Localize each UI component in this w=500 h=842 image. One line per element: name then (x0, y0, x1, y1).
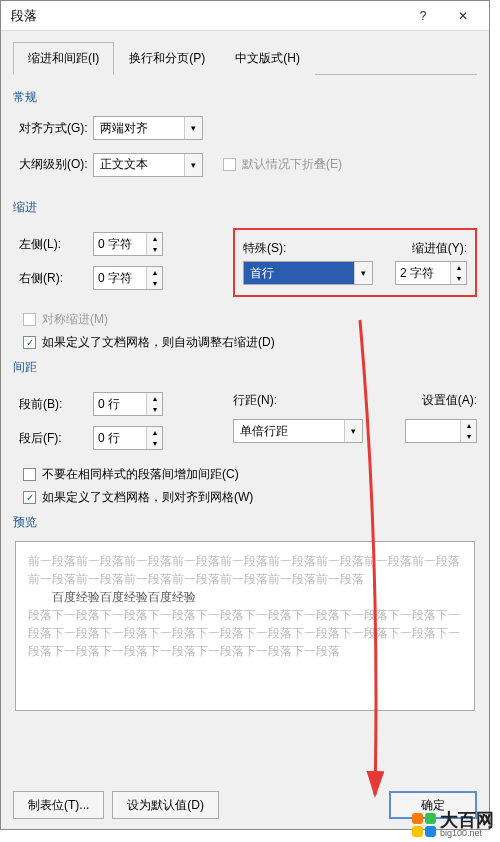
collapse-checkbox: 默认情况下折叠(E) (223, 156, 342, 173)
spin-up-icon[interactable]: ▴ (147, 427, 162, 438)
checkbox-icon (23, 468, 36, 481)
preview-box: 前一段落前一段落前一段落前一段落前一段落前一段落前一段落前一段落前一段落前一段落… (15, 541, 475, 711)
space-before-label: 段前(B): (13, 396, 93, 413)
checkbox-icon (223, 158, 236, 171)
indent-left-value: 0 字符 (94, 236, 146, 253)
checkbox-icon: ✓ (23, 336, 36, 349)
indent-right-label: 右侧(R): (13, 270, 93, 287)
preview-light-before: 前一段落前一段落前一段落前一段落前一段落前一段落前一段落前一段落前一段落前一段落… (28, 552, 462, 588)
snap-label: 如果定义了文档网格，则对齐到网格(W) (42, 489, 253, 506)
special-value: 首行 (244, 262, 354, 284)
indent-left-label: 左侧(L): (13, 236, 93, 253)
spin-down-icon[interactable]: ▾ (147, 244, 162, 255)
spin-up-icon[interactable]: ▴ (451, 262, 466, 273)
button-bar: 制表位(T)... 设为默认值(D) 确定 (13, 791, 477, 819)
indentval-spinner[interactable]: 2 字符 ▴▾ (395, 261, 467, 285)
tab-indent-spacing[interactable]: 缩进和间距(I) (13, 42, 114, 75)
spin-up-icon[interactable]: ▴ (147, 267, 162, 278)
spin-up-icon[interactable]: ▴ (147, 233, 162, 244)
indent-left-spinner[interactable]: 0 字符 ▴▾ (93, 232, 163, 256)
dialog-title: 段落 (7, 7, 403, 25)
dialog-body: 缩进和间距(I) 换行和分页(P) 中文版式(H) 常规 对齐方式(G): 两端… (1, 31, 489, 721)
linespace-combo[interactable]: 单倍行距 ▾ (233, 419, 363, 443)
help-button[interactable]: ? (403, 2, 443, 30)
tab-line-page-breaks[interactable]: 换行和分页(P) (114, 42, 220, 75)
chevron-down-icon: ▾ (354, 262, 372, 284)
checkbox-icon: ✓ (23, 491, 36, 504)
preview-light-after: 段落下一段落下一段落下一段落下一段落下一段落下一段落下一段落下一段落下一段落下一… (28, 606, 462, 660)
checkbox-icon (23, 313, 36, 326)
space-after-spinner[interactable]: 0 行 ▴▾ (93, 426, 163, 450)
close-icon: ✕ (458, 9, 468, 23)
special-label: 特殊(S): (243, 240, 363, 257)
tabs-button[interactable]: 制表位(T)... (13, 791, 104, 819)
special-combo[interactable]: 首行 ▾ (243, 261, 373, 285)
alignment-combo[interactable]: 两端对齐 ▾ (93, 116, 203, 140)
spin-down-icon[interactable]: ▾ (147, 278, 162, 289)
space-after-label: 段后(F): (13, 430, 93, 447)
spin-up-icon[interactable]: ▴ (147, 393, 162, 404)
mirror-indent-checkbox: 对称缩进(M) (23, 311, 477, 328)
watermark-url: big100.net (440, 829, 494, 838)
space-after-value: 0 行 (94, 430, 146, 447)
section-general: 常规 (13, 89, 477, 106)
setat-label: 设置值(A): (303, 392, 477, 409)
paragraph-dialog: 段落 ? ✕ 缩进和间距(I) 换行和分页(P) 中文版式(H) 常规 对齐方式… (0, 0, 490, 830)
outline-combo[interactable]: 正文文本 ▾ (93, 153, 203, 177)
spin-down-icon[interactable]: ▾ (147, 438, 162, 449)
space-before-spinner[interactable]: 0 行 ▴▾ (93, 392, 163, 416)
nospace-label: 不要在相同样式的段落间增加间距(C) (42, 466, 239, 483)
section-preview: 预览 (13, 514, 477, 531)
alignment-label: 对齐方式(G): (13, 120, 93, 137)
space-before-value: 0 行 (94, 396, 146, 413)
indentval-value: 2 字符 (396, 265, 450, 282)
tab-strip: 缩进和间距(I) 换行和分页(P) 中文版式(H) (13, 41, 477, 75)
nospace-same-style-checkbox[interactable]: 不要在相同样式的段落间增加间距(C) (23, 466, 477, 483)
indentval-label: 缩进值(Y): (373, 240, 467, 257)
help-icon: ? (420, 9, 427, 23)
chevron-down-icon: ▾ (344, 420, 362, 442)
auto-adjust-right-checkbox[interactable]: ✓ 如果定义了文档网格，则自动调整右缩进(D) (23, 334, 477, 351)
outline-label: 大纲级别(O): (13, 156, 93, 173)
linespace-label: 行距(N): (233, 392, 293, 409)
set-default-button[interactable]: 设为默认值(D) (112, 791, 219, 819)
close-button[interactable]: ✕ (443, 2, 483, 30)
spin-up-icon[interactable]: ▴ (461, 420, 476, 431)
watermark: 大百网 big100.net (412, 811, 494, 838)
special-indent-highlight: 特殊(S): 缩进值(Y): 首行 ▾ 2 字符 ▴▾ (233, 228, 477, 297)
section-spacing: 间距 (13, 359, 477, 376)
watermark-name: 大百网 (440, 811, 494, 829)
spin-down-icon[interactable]: ▾ (451, 273, 466, 284)
preview-sample-text: 百度经验百度经验百度经验 (28, 588, 462, 606)
alignment-value: 两端对齐 (94, 120, 184, 137)
indent-right-spinner[interactable]: 0 字符 ▴▾ (93, 266, 163, 290)
titlebar: 段落 ? ✕ (1, 1, 489, 31)
chevron-down-icon: ▾ (184, 154, 202, 176)
section-indent: 缩进 (13, 199, 477, 216)
chevron-down-icon: ▾ (184, 117, 202, 139)
setat-spinner[interactable]: ▴▾ (405, 419, 477, 443)
outline-value: 正文文本 (94, 156, 184, 173)
spin-down-icon[interactable]: ▾ (461, 431, 476, 442)
tab-asian-typography[interactable]: 中文版式(H) (220, 42, 315, 75)
spin-down-icon[interactable]: ▾ (147, 404, 162, 415)
indent-right-value: 0 字符 (94, 270, 146, 287)
mirror-label: 对称缩进(M) (42, 311, 108, 328)
collapse-label: 默认情况下折叠(E) (242, 156, 342, 173)
watermark-logo-icon (412, 813, 436, 837)
linespace-value: 单倍行距 (234, 423, 344, 440)
snap-to-grid-checkbox[interactable]: ✓ 如果定义了文档网格，则对齐到网格(W) (23, 489, 477, 506)
auto-adjust-label: 如果定义了文档网格，则自动调整右缩进(D) (42, 334, 275, 351)
